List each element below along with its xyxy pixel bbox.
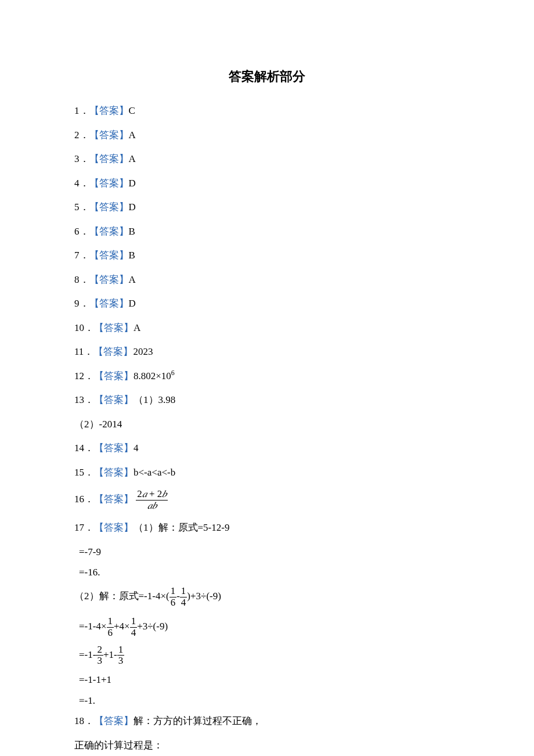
item-number: 8． [74, 274, 89, 285]
answer-label: 【答案】 [94, 370, 134, 381]
answer-label: 【答案】 [93, 346, 133, 357]
answer-label: 【答案】 [89, 250, 129, 261]
fraction: 16 [107, 616, 114, 638]
answer-row: 15．【答案】b<-a<a<-b [74, 465, 460, 480]
answer-value: A [129, 274, 136, 285]
fraction-denominator: 6 [169, 597, 177, 609]
calc-step: =-1-1+1 [79, 672, 460, 687]
calc-step: =-1-23+1-13 [79, 645, 460, 667]
num-text: 2 [137, 488, 142, 499]
fraction: 23 [96, 645, 103, 667]
text: =-1-4× [79, 621, 107, 632]
answer-value: D [129, 298, 136, 309]
answer-row: 7．【答案】B [74, 248, 460, 263]
item-number: 6． [74, 226, 89, 237]
text: )+3÷(-9) [187, 591, 221, 602]
fraction-denominator: 3 [117, 656, 125, 667]
answer-row: 17．【答案】（1）解：原式=5-12-9 [74, 520, 460, 535]
answer-value: B [129, 226, 135, 237]
text: +1- [103, 649, 117, 660]
fraction: 14 [180, 586, 187, 608]
item-number: 4． [74, 178, 89, 189]
fraction-denominator: 6 [107, 628, 114, 639]
fraction-numerator: 2𝑎 + 2𝑏 [136, 489, 168, 501]
answer-label: 【答案】 [89, 298, 129, 309]
fraction-denominator: 4 [130, 628, 138, 639]
fraction-numerator: 1 [117, 645, 125, 656]
answer-row: 16．【答案】 2𝑎 + 2𝑏 𝑎𝑏 [74, 489, 460, 511]
fraction-numerator: 1 [107, 616, 114, 628]
answer-row: 8．【答案】A [74, 272, 460, 287]
text: +3÷(-9) [137, 621, 168, 632]
answer-label: 【答案】 [94, 715, 134, 726]
item-number: 10． [74, 322, 94, 333]
item-number: 17． [74, 522, 94, 533]
answer-value: b<-a<a<-b [134, 467, 175, 478]
calc-step: =-7-9 [79, 545, 460, 560]
answer-label: 【答案】 [89, 178, 129, 189]
answer-value: C [129, 105, 135, 116]
answer-row: 4．【答案】D [74, 176, 460, 191]
fraction: 13 [117, 645, 125, 667]
answer-row: 11．【答案】2023 [74, 344, 460, 359]
item-number: 7． [74, 250, 89, 261]
answer-value: A [134, 322, 140, 333]
item-number: 1． [74, 105, 89, 116]
answer-label: 【答案】 [94, 522, 134, 533]
page-title: 答案解析部分 [74, 67, 460, 86]
answer-label: 【答案】 [94, 394, 134, 405]
answer-row: 5．【答案】D [74, 200, 460, 215]
answer-row: 2．【答案】A [74, 128, 460, 143]
page: 答案解析部分 1．【答案】C 2．【答案】A 3．【答案】A 4．【答案】D 5… [0, 0, 534, 756]
num-text: + 2 [147, 488, 163, 499]
answer-row: 9．【答案】D [74, 296, 460, 311]
answer-label: 【答案】 [89, 274, 129, 285]
text: =-1- [79, 649, 96, 660]
fraction: 2𝑎 + 2𝑏 𝑎𝑏 [136, 489, 168, 511]
part-label: （2） [74, 419, 99, 430]
answer-label: 【答案】 [94, 442, 134, 453]
answer-row: 1．【答案】C [74, 103, 460, 118]
item-number: 9． [74, 298, 89, 309]
answer-value: D [129, 201, 136, 213]
answer-row: 12．【答案】8.802×106 [74, 369, 460, 384]
answer-row: 14．【答案】4 [74, 441, 460, 456]
answer-value: A [129, 129, 136, 141]
answer-label: 【答案】 [89, 201, 129, 213]
answer-subrow: （2）-2014 [74, 417, 460, 432]
item-number: 15． [74, 467, 94, 478]
answer-label: 【答案】 [94, 467, 134, 478]
fraction-denominator: 3 [96, 656, 103, 667]
answer-label: 【答案】 [89, 226, 129, 237]
answer-label: 【答案】 [89, 105, 129, 116]
item-number: 13． [74, 394, 94, 405]
calc-step: =-1-4×16+4×14+3÷(-9) [79, 616, 460, 638]
calc-step: =-1. [79, 693, 460, 708]
fraction-denominator: 4 [180, 597, 187, 609]
solution-text: 正确的计算过程是： [74, 738, 460, 753]
answer-row: 13．【答案】（1）3.98 [74, 393, 460, 408]
item-number: 18． [74, 715, 94, 726]
answer-label: 【答案】 [89, 153, 129, 164]
answer-value: 4 [134, 442, 139, 453]
fraction-numerator: 1 [169, 586, 177, 597]
item-number: 12． [74, 370, 94, 381]
value-exponent: 6 [171, 369, 175, 377]
solution-text: （2）解：原式=-1-4×( [74, 591, 169, 602]
solution-text: （1）解：原式=5-12-9 [134, 522, 229, 533]
answer-value: 2023 [133, 346, 153, 357]
fraction-denominator: 𝑎𝑏 [136, 501, 168, 512]
part-label: （1） [134, 394, 158, 405]
answer-row: 6．【答案】B [74, 224, 460, 239]
answer-row: 3．【答案】A [74, 152, 460, 167]
answer-value: A [129, 153, 136, 164]
item-number: 16． [74, 494, 94, 505]
answer-value: 8.802×106 [134, 370, 175, 381]
text: +4× [114, 621, 130, 632]
fraction: 14 [130, 616, 138, 638]
item-number: 3． [74, 153, 89, 164]
calc-step: =-16. [79, 565, 460, 580]
item-number: 11． [74, 346, 93, 357]
answer-value: D [129, 178, 136, 189]
answer-row: 10．【答案】A [74, 321, 460, 336]
